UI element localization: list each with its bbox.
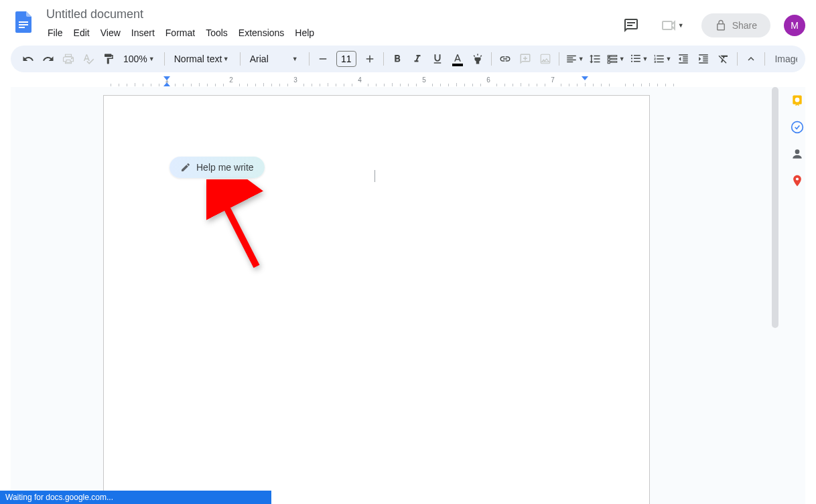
spellcheck-icon [82, 53, 94, 65]
ruler[interactable]: 1234567 [11, 76, 805, 87]
plus-icon [364, 53, 376, 65]
checklist-icon [606, 53, 618, 65]
menu-extensions[interactable]: Extensions [234, 25, 289, 41]
contacts-icon[interactable] [791, 147, 804, 161]
editing-mode-label[interactable]: Image o [769, 54, 797, 64]
font-size-input[interactable] [336, 51, 356, 67]
chevron-up-icon [745, 53, 757, 65]
menu-format[interactable]: Format [161, 25, 200, 41]
chevron-down-icon: ▼ [642, 56, 649, 62]
ruler-number: 7 [551, 76, 555, 84]
document-title[interactable]: Untitled document [41, 5, 149, 23]
ruler-number: 5 [422, 76, 426, 84]
checklist-button[interactable]: ▼ [604, 50, 626, 68]
menu-insert[interactable]: Insert [127, 25, 159, 41]
chevron-down-icon: ▼ [292, 56, 298, 62]
status-bar: Waiting for docs.google.com... [0, 491, 271, 504]
tasks-icon[interactable] [791, 120, 804, 134]
bulleted-list-button[interactable]: ▼ [628, 50, 650, 68]
annotation-arrow [206, 179, 267, 273]
docs-logo[interactable] [11, 8, 38, 35]
menu-help[interactable]: Help [290, 25, 319, 41]
redo-icon [42, 53, 54, 65]
highlight-icon [472, 53, 484, 65]
bullet-list-icon [630, 53, 642, 65]
collapse-toolbar-button[interactable] [742, 50, 760, 68]
insert-image-button[interactable] [536, 50, 555, 68]
menu-view[interactable]: View [96, 25, 125, 41]
share-button[interactable]: Share [701, 13, 770, 37]
paint-format-button[interactable] [99, 50, 118, 68]
undo-icon [22, 53, 34, 65]
italic-button[interactable] [408, 50, 427, 68]
chevron-down-icon: ▼ [666, 56, 672, 62]
menu-edit[interactable]: Edit [69, 25, 94, 41]
chevron-down-icon: ▼ [149, 56, 155, 62]
text-cursor [375, 170, 375, 182]
separator [383, 52, 384, 66]
video-call-button[interactable]: ▼ [653, 12, 693, 39]
separator [737, 52, 738, 66]
highlight-button[interactable] [468, 50, 487, 68]
font-select[interactable]: Arial ▼ [245, 54, 305, 64]
document-canvas[interactable] [11, 87, 805, 504]
scrollbar[interactable] [772, 87, 778, 328]
print-icon [62, 53, 74, 65]
share-label: Share [732, 20, 757, 31]
text-color-icon [452, 53, 464, 65]
separator [559, 52, 559, 66]
lock-icon [715, 19, 727, 31]
decrease-font-button[interactable] [314, 50, 332, 68]
insert-link-button[interactable] [496, 50, 515, 68]
docs-icon [12, 9, 36, 33]
undo-button[interactable] [19, 50, 38, 68]
chevron-down-icon: ▼ [578, 56, 584, 62]
keep-icon[interactable] [791, 94, 804, 107]
avatar[interactable]: M [784, 15, 805, 36]
separator [309, 52, 310, 66]
ruler-number: 2 [229, 76, 233, 84]
align-left-icon [565, 53, 577, 65]
numbered-list-button[interactable]: ▼ [651, 50, 673, 68]
separator [491, 52, 492, 66]
menu-bar: File Edit View Insert Format Tools Exten… [43, 25, 618, 41]
ruler-number: 6 [486, 76, 490, 84]
indent-decrease-icon [677, 53, 689, 65]
menu-file[interactable]: File [43, 25, 68, 41]
link-icon [499, 53, 511, 65]
underline-icon [431, 53, 444, 65]
add-comment-button[interactable] [516, 50, 535, 68]
increase-font-button[interactable] [360, 50, 379, 68]
chevron-down-icon: ▼ [678, 22, 684, 29]
help-me-write-button[interactable]: Help me write [169, 157, 265, 178]
clear-format-icon [718, 53, 730, 65]
zoom-select[interactable]: 100% ▼ [119, 54, 160, 64]
paragraph-style-select[interactable]: Normal text ▼ [169, 54, 236, 64]
pencil-sparkle-icon [180, 162, 191, 173]
align-button[interactable]: ▼ [563, 50, 586, 68]
maps-icon[interactable] [791, 174, 804, 187]
menu-tools[interactable]: Tools [201, 25, 232, 41]
bold-button[interactable] [388, 50, 407, 68]
comment-history-button[interactable] [618, 12, 644, 39]
print-button[interactable] [59, 50, 78, 68]
underline-button[interactable] [428, 50, 447, 68]
svg-point-10 [795, 149, 800, 154]
increase-indent-button[interactable] [694, 50, 713, 68]
clear-formatting-button[interactable] [714, 50, 733, 68]
svg-point-11 [796, 177, 799, 180]
separator [164, 52, 165, 66]
svg-line-6 [218, 191, 257, 266]
svg-rect-0 [19, 21, 28, 23]
bold-icon [391, 53, 403, 65]
ruler-number: 3 [293, 76, 297, 84]
spellcheck-button[interactable] [79, 50, 98, 68]
italic-icon [411, 53, 423, 65]
decrease-indent-button[interactable] [674, 50, 693, 68]
redo-button[interactable] [39, 50, 58, 68]
chevron-down-icon: ▼ [619, 56, 625, 62]
line-spacing-button[interactable] [587, 50, 603, 68]
ruler-number: 4 [358, 76, 362, 84]
separator [240, 52, 241, 66]
text-color-button[interactable] [448, 50, 467, 68]
